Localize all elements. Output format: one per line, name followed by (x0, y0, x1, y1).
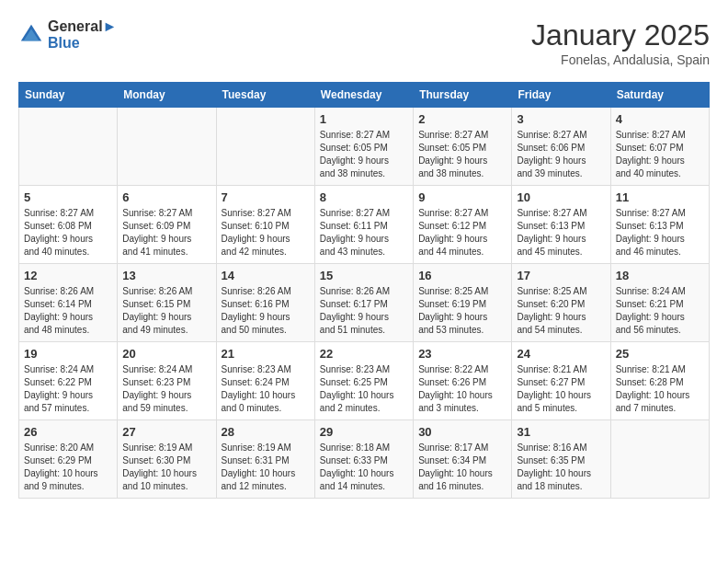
day-info: Sunrise: 8:27 AM Sunset: 6:13 PM Dayligh… (616, 207, 704, 259)
day-info: Sunrise: 8:27 AM Sunset: 6:10 PM Dayligh… (222, 207, 310, 259)
logo-icon (18, 22, 44, 48)
calendar-day-cell: 1Sunrise: 8:27 AM Sunset: 6:05 PM Daylig… (314, 108, 413, 186)
day-info: Sunrise: 8:27 AM Sunset: 6:13 PM Dayligh… (517, 207, 605, 259)
calendar-day-cell: 31Sunrise: 8:16 AM Sunset: 6:35 PM Dayli… (512, 420, 610, 499)
calendar-day-cell: 22Sunrise: 8:23 AM Sunset: 6:25 PM Dayli… (314, 342, 413, 420)
day-number: 5 (24, 190, 112, 204)
day-number: 3 (517, 112, 605, 126)
day-info: Sunrise: 8:24 AM Sunset: 6:21 PM Dayligh… (616, 285, 704, 337)
calendar-day-cell: 15Sunrise: 8:26 AM Sunset: 6:17 PM Dayli… (314, 264, 413, 342)
day-number: 10 (517, 190, 605, 204)
calendar-day-cell: 24Sunrise: 8:21 AM Sunset: 6:27 PM Dayli… (512, 342, 610, 420)
calendar-day-cell: 6Sunrise: 8:27 AM Sunset: 6:09 PM Daylig… (118, 186, 216, 264)
day-number: 12 (24, 269, 112, 282)
day-number: 30 (418, 425, 506, 439)
calendar-day-cell: 17Sunrise: 8:25 AM Sunset: 6:20 PM Dayli… (512, 264, 610, 342)
calendar-day-cell (216, 108, 314, 186)
day-number: 8 (320, 190, 408, 204)
day-info: Sunrise: 8:21 AM Sunset: 6:27 PM Dayligh… (517, 363, 605, 415)
day-number: 18 (616, 269, 704, 282)
day-info: Sunrise: 8:23 AM Sunset: 6:25 PM Dayligh… (320, 363, 408, 415)
day-info: Sunrise: 8:27 AM Sunset: 6:11 PM Dayligh… (320, 207, 408, 259)
calendar-day-cell: 29Sunrise: 8:18 AM Sunset: 6:33 PM Dayli… (314, 420, 413, 499)
day-info: Sunrise: 8:22 AM Sunset: 6:26 PM Dayligh… (418, 363, 506, 415)
day-info: Sunrise: 8:19 AM Sunset: 6:30 PM Dayligh… (122, 442, 210, 493)
day-number: 6 (122, 190, 210, 204)
day-info: Sunrise: 8:25 AM Sunset: 6:20 PM Dayligh… (517, 285, 605, 337)
day-number: 22 (320, 347, 408, 361)
day-number: 11 (616, 190, 704, 204)
weekday-header-cell: Sunday (19, 83, 118, 108)
calendar-week-row: 12Sunrise: 8:26 AM Sunset: 6:14 PM Dayli… (19, 264, 710, 342)
day-number: 23 (418, 347, 506, 361)
day-number: 17 (517, 269, 605, 282)
day-number: 16 (418, 269, 506, 282)
logo: General► Blue (18, 18, 117, 52)
day-info: Sunrise: 8:18 AM Sunset: 6:33 PM Dayligh… (320, 442, 408, 493)
calendar-day-cell (610, 420, 709, 499)
day-number: 29 (320, 425, 408, 439)
day-info: Sunrise: 8:27 AM Sunset: 6:09 PM Dayligh… (122, 207, 210, 259)
day-info: Sunrise: 8:26 AM Sunset: 6:14 PM Dayligh… (24, 285, 112, 337)
calendar-day-cell: 26Sunrise: 8:20 AM Sunset: 6:29 PM Dayli… (19, 420, 118, 499)
weekday-header-cell: Monday (118, 83, 216, 108)
day-number: 27 (122, 425, 210, 439)
day-number: 20 (122, 347, 210, 361)
day-number: 24 (517, 347, 605, 361)
day-info: Sunrise: 8:26 AM Sunset: 6:17 PM Dayligh… (320, 285, 408, 337)
calendar-day-cell: 30Sunrise: 8:17 AM Sunset: 6:34 PM Dayli… (414, 420, 512, 499)
day-info: Sunrise: 8:25 AM Sunset: 6:19 PM Dayligh… (418, 285, 506, 337)
calendar-day-cell: 11Sunrise: 8:27 AM Sunset: 6:13 PM Dayli… (610, 186, 709, 264)
calendar-day-cell: 10Sunrise: 8:27 AM Sunset: 6:13 PM Dayli… (512, 186, 610, 264)
day-number: 28 (222, 425, 310, 439)
calendar-day-cell: 20Sunrise: 8:24 AM Sunset: 6:23 PM Dayli… (118, 342, 216, 420)
calendar-day-cell: 25Sunrise: 8:21 AM Sunset: 6:28 PM Dayli… (610, 342, 709, 420)
day-info: Sunrise: 8:27 AM Sunset: 6:07 PM Dayligh… (616, 129, 704, 180)
day-info: Sunrise: 8:17 AM Sunset: 6:34 PM Dayligh… (418, 442, 506, 493)
calendar-day-cell: 4Sunrise: 8:27 AM Sunset: 6:07 PM Daylig… (610, 108, 709, 186)
day-info: Sunrise: 8:24 AM Sunset: 6:22 PM Dayligh… (24, 363, 112, 415)
day-info: Sunrise: 8:26 AM Sunset: 6:15 PM Dayligh… (122, 285, 210, 337)
day-number: 9 (418, 190, 506, 204)
day-number: 25 (616, 347, 704, 361)
calendar-week-row: 5Sunrise: 8:27 AM Sunset: 6:08 PM Daylig… (19, 186, 710, 264)
day-number: 31 (517, 425, 605, 439)
calendar-day-cell: 13Sunrise: 8:26 AM Sunset: 6:15 PM Dayli… (118, 264, 216, 342)
location-subtitle: Fonelas, Andalusia, Spain (531, 52, 710, 67)
calendar-day-cell: 8Sunrise: 8:27 AM Sunset: 6:11 PM Daylig… (314, 186, 413, 264)
day-info: Sunrise: 8:24 AM Sunset: 6:23 PM Dayligh… (122, 363, 210, 415)
day-info: Sunrise: 8:21 AM Sunset: 6:28 PM Dayligh… (616, 363, 704, 415)
calendar-day-cell: 23Sunrise: 8:22 AM Sunset: 6:26 PM Dayli… (414, 342, 512, 420)
calendar-table: SundayMondayTuesdayWednesdayThursdayFrid… (18, 82, 710, 499)
calendar-day-cell (19, 108, 118, 186)
day-number: 1 (320, 112, 408, 126)
day-number: 21 (222, 347, 310, 361)
calendar-day-cell: 12Sunrise: 8:26 AM Sunset: 6:14 PM Dayli… (19, 264, 118, 342)
day-number: 4 (616, 112, 704, 126)
calendar-day-cell: 3Sunrise: 8:27 AM Sunset: 6:06 PM Daylig… (512, 108, 610, 186)
calendar-day-cell: 28Sunrise: 8:19 AM Sunset: 6:31 PM Dayli… (216, 420, 314, 499)
calendar-day-cell: 14Sunrise: 8:26 AM Sunset: 6:16 PM Dayli… (216, 264, 314, 342)
day-number: 15 (320, 269, 408, 282)
page-header: General► Blue January 2025 Fonelas, Anda… (18, 18, 710, 67)
month-title: January 2025 (531, 18, 710, 52)
day-info: Sunrise: 8:19 AM Sunset: 6:31 PM Dayligh… (222, 442, 310, 493)
calendar-day-cell: 9Sunrise: 8:27 AM Sunset: 6:12 PM Daylig… (414, 186, 512, 264)
logo-text: General► Blue (48, 18, 117, 52)
day-number: 13 (122, 269, 210, 282)
day-info: Sunrise: 8:26 AM Sunset: 6:16 PM Dayligh… (222, 285, 310, 337)
calendar-week-row: 19Sunrise: 8:24 AM Sunset: 6:22 PM Dayli… (19, 342, 710, 420)
calendar-week-row: 26Sunrise: 8:20 AM Sunset: 6:29 PM Dayli… (19, 420, 710, 499)
calendar-day-cell: 2Sunrise: 8:27 AM Sunset: 6:05 PM Daylig… (414, 108, 512, 186)
weekday-header-cell: Tuesday (216, 83, 314, 108)
day-number: 19 (24, 347, 112, 361)
day-number: 2 (418, 112, 506, 126)
weekday-header-cell: Wednesday (314, 83, 413, 108)
weekday-header-row: SundayMondayTuesdayWednesdayThursdayFrid… (19, 83, 710, 108)
day-number: 14 (222, 269, 310, 282)
calendar-day-cell: 16Sunrise: 8:25 AM Sunset: 6:19 PM Dayli… (414, 264, 512, 342)
weekday-header-cell: Thursday (414, 83, 512, 108)
day-info: Sunrise: 8:27 AM Sunset: 6:08 PM Dayligh… (24, 207, 112, 259)
day-info: Sunrise: 8:20 AM Sunset: 6:29 PM Dayligh… (24, 442, 112, 493)
calendar-day-cell: 18Sunrise: 8:24 AM Sunset: 6:21 PM Dayli… (610, 264, 709, 342)
